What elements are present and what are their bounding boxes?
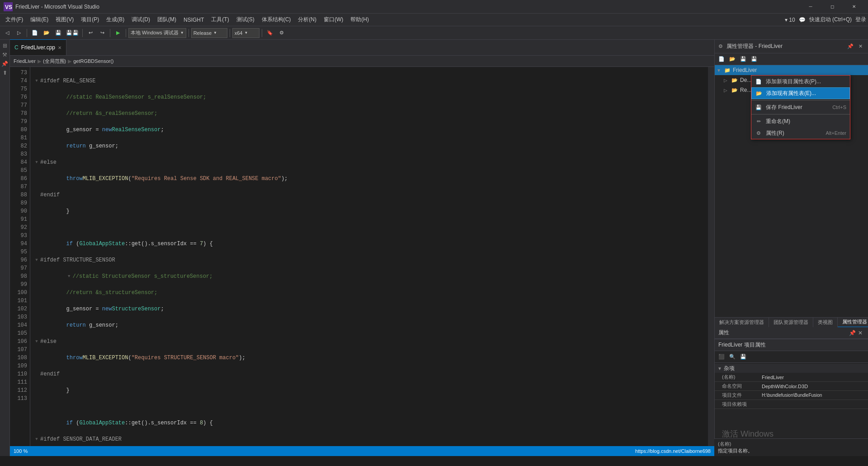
menu-file[interactable]: 文件(F) [2,14,27,25]
breadcrumb-function[interactable]: getRGBDSensor() [73,58,113,64]
props-value-project-file: H:\bundlefusion\BundleFusion [760,393,868,398]
editor-tab-friedliver[interactable]: C FriedLiver.cpp ✕ [10,39,66,55]
props-label-project-deps: 项目依赖项 [715,401,760,408]
status-link[interactable]: https://blog.csdn.net/Claiborne698 [635,448,711,454]
menu-team[interactable]: 团队(M) [154,14,180,25]
debug-btn-2[interactable]: ⚙ [276,28,287,38]
menu-edit[interactable]: 编辑(E) [27,14,52,25]
context-menu: 📄 添加新项目属性表(P)... 📂 添加现有属性表(E)... 💾 保存 Fr… [751,75,850,139]
toolbar-separator-7 [262,29,262,37]
pm-add-button[interactable]: 📂 [727,54,737,64]
ctx-properties[interactable]: ⚙ 属性(R) Alt+Enter [751,127,850,139]
menu-arch[interactable]: 体系结构(C) [258,14,295,25]
sidebar-scroll[interactable]: ⬆ [1,69,9,77]
ctx-save[interactable]: 💾 保存 FriedLiver Ctrl+S [751,101,850,113]
new-file-button[interactable]: 📄 [29,28,40,38]
ctx-rename-icon: ✏ [755,118,762,125]
bookmark-button[interactable]: 🔖 [264,28,275,38]
right-panel: ⚙ 属性管理器 - FriedLiver 📌 ✕ 📄 📂 💾 💾 ▼ 📁 Fri… [714,40,868,456]
props-bottom-desc: 指定项目名称。 [718,447,864,454]
menu-nsight[interactable]: NSIGHT [180,15,208,25]
pm-save-all-button[interactable]: 💾 [749,54,759,64]
pm-new-sheet-button[interactable]: 📄 [717,54,726,64]
window-title: FriedLiver - Microsoft Visual Studio [15,4,800,10]
pm-close-button[interactable]: ✕ [856,43,864,51]
props-label-name: (名称) [715,374,760,380]
props-section-misc-header[interactable]: ▼ 杂项 [715,364,868,373]
menu-analyze[interactable]: 分析(N) [294,14,320,25]
save-all-button[interactable]: 💾💾 [65,28,80,38]
ctx-save-shortcut: Ctrl+S [832,105,846,110]
ctx-add-existing-label: 添加现有属性表(E)... [766,90,842,97]
props-close-button[interactable]: ✕ [856,329,864,337]
tab-solution-explorer[interactable]: 解决方案资源管理器 [715,318,769,328]
ctx-rename[interactable]: ✏ 重命名(M) [751,115,850,127]
pm-tree-friedliver[interactable]: ▼ 📁 FriedLiver [715,65,868,75]
menu-build[interactable]: 生成(B) [103,14,128,25]
expand-icon-release[interactable]: ▷ [724,88,731,93]
menu-right-area: ▾ 10 💬 快速启动 (Ctrl+Q) 登录 [785,16,866,24]
pm-toolbar: 📄 📂 💾 💾 [715,53,868,65]
props-toolbar: ⬛ 🔍 💾 [715,351,868,363]
close-button[interactable]: ✕ [844,0,864,14]
redo-button[interactable]: ↪ [97,28,108,38]
expand-icon-friedliver[interactable]: ▼ [717,68,724,73]
save-button[interactable]: 💾 [53,28,64,38]
debugger-dropdown[interactable]: 本地 Windows 调试器 ▼ [128,28,186,38]
sidebar-server-explorer[interactable]: ⊞ [1,42,9,50]
menu-debug[interactable]: 调试(D) [128,14,154,25]
menu-window[interactable]: 窗口(W) [320,14,347,25]
login-text[interactable]: 登录 [855,16,866,24]
search-text[interactable]: 快速启动 (Ctrl+Q) [809,16,852,24]
minimize-button[interactable]: ─ [800,0,821,14]
breadcrumb-class[interactable]: FriedLiver [14,58,36,64]
editor-scrollbar[interactable] [708,67,714,446]
props-sort-button[interactable]: ⬛ [717,352,726,362]
platform-dropdown[interactable]: x64 ▼ [232,28,259,38]
pm-save-button[interactable]: 💾 [738,54,748,64]
ctx-add-existing[interactable]: 📂 添加现有属性表(E)... [751,87,850,99]
line-numbers: 7374757677 7879808182 8384858687 8889909… [10,67,30,446]
props-section-misc: ▼ 杂项 (名称) FriedLiver 命名空间 DepthWithColor… [715,363,868,410]
pm-icon: ⚙ [718,43,723,49]
back-button[interactable]: ◁ [2,28,13,38]
restore-button[interactable]: ◻ [822,0,843,14]
notifications-text[interactable]: ▾ 10 [785,17,795,23]
menu-test[interactable]: 测试(S) [233,14,258,25]
expand-icon-debug[interactable]: ▷ [724,78,731,83]
zoom-label: 100 % [14,448,28,454]
tab-class-view[interactable]: 类视图 [813,318,838,328]
props-save-button[interactable]: 💾 [738,352,748,362]
ctx-add-new[interactable]: 📄 添加新项目属性表(P)... [751,76,850,87]
menu-project[interactable]: 项目(P) [77,14,103,25]
props-label-project-file: 项目文件 [715,392,760,399]
forward-button[interactable]: ▷ [14,28,24,38]
props-row-project-file: 项目文件 H:\bundlefusion\BundleFusion [715,391,868,400]
sidebar-toolbox[interactable]: ⚒ [1,51,9,59]
pm-pin-button[interactable]: 📌 [846,43,854,51]
run-button[interactable]: ▶ [113,28,123,38]
props-value-name: FriedLiver [760,375,868,380]
undo-button[interactable]: ↩ [85,28,96,38]
tab-close-button[interactable]: ✕ [58,45,61,50]
props-filter-button[interactable]: 🔍 [727,352,737,362]
ctx-add-new-icon: 📄 [755,78,762,85]
menu-tools[interactable]: 工具(T) [208,14,232,25]
sidebar-pin[interactable]: 📌 [1,60,9,68]
menu-help[interactable]: 帮助(H) [347,14,373,25]
props-bottom: (名称) 指定项目名称。 [714,438,868,456]
tab-property-manager[interactable]: 属性管理器 [838,318,868,328]
props-row-project-deps: 项目依赖项 [715,400,868,409]
bottom-tabs: 解决方案资源管理器 团队资源管理器 类视图 属性管理器 [715,317,868,327]
props-panel-header: 属性 📌 ✕ [715,327,868,339]
menu-view[interactable]: 视图(V) [52,14,77,25]
props-pin-button[interactable]: 📌 [848,329,856,337]
toolbar-separator-5 [189,29,189,37]
open-button[interactable]: 📂 [41,28,52,38]
config-dropdown[interactable]: Release ▼ [191,28,227,38]
breadcrumb-scope[interactable]: (全局范围) [43,58,66,65]
pm-header: ⚙ 属性管理器 - FriedLiver 📌 ✕ [715,40,868,53]
tab-team-explorer[interactable]: 团队资源管理器 [769,318,813,328]
chat-icon[interactable]: 💬 [799,17,806,23]
code-content[interactable]: ▼#ifdef REAL_SENSE //static RealSenseSen… [30,67,708,446]
